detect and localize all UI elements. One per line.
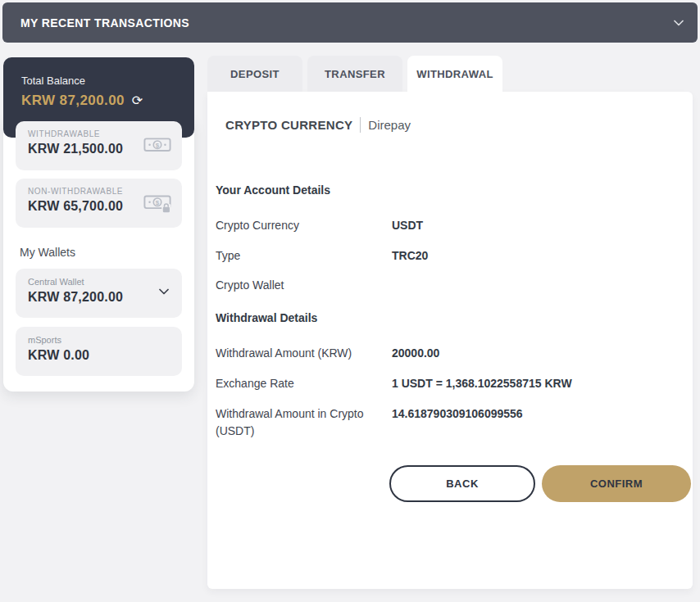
withdrawal-amount-label: Withdrawal Amount (KRW) bbox=[216, 345, 392, 362]
svg-text:$: $ bbox=[156, 199, 160, 206]
chevron-down-icon[interactable] bbox=[159, 288, 169, 295]
msports-wallet-card: mSports KRW 0.00 bbox=[16, 327, 182, 376]
method-title: CRYPTO CURRENCY bbox=[225, 118, 352, 132]
confirm-button[interactable]: CONFIRM bbox=[542, 465, 691, 502]
exchange-rate-value: 1 USDT = 1,368.1022558715 KRW bbox=[392, 375, 572, 392]
balance-sidebar: Total Balance KRW 87,200.00 ⟳ WITHDRAWAB… bbox=[3, 57, 194, 392]
detail-row: Exchange Rate 1 USDT = 1,368.1022558715 … bbox=[216, 375, 675, 392]
detail-row: Crypto Wallet bbox=[216, 277, 675, 294]
crypto-currency-value: USDT bbox=[392, 217, 423, 234]
tab-withdrawal[interactable]: WITHDRAWAL bbox=[407, 56, 502, 92]
tab-deposit[interactable]: DEPOSIT bbox=[207, 56, 302, 92]
crypto-currency-label: Crypto Currency bbox=[216, 217, 392, 234]
withdrawable-card: WITHDRAWABLE KRW 21,500.00 $ bbox=[16, 121, 182, 170]
detail-row: Type TRC20 bbox=[216, 247, 675, 265]
detail-row: Crypto Currency USDT bbox=[216, 217, 675, 234]
non-withdrawable-card: NON-WITHDRAWABLE KRW 65,700.00 $ bbox=[16, 179, 182, 228]
crypto-wallet-label: Crypto Wallet bbox=[216, 277, 392, 294]
recent-transactions-title: MY RECENT TRANSACTIONS bbox=[20, 16, 189, 29]
withdrawal-details-title: Withdrawal Details bbox=[216, 311, 317, 324]
central-wallet-amount: KRW 87,200.00 bbox=[28, 290, 170, 305]
my-wallets-heading: My Wallets bbox=[20, 246, 75, 259]
crypto-amount-value: 14.618790309106099556 bbox=[392, 405, 523, 440]
exchange-rate-label: Exchange Rate bbox=[216, 375, 392, 392]
back-button[interactable]: BACK bbox=[389, 465, 535, 502]
svg-text:$: $ bbox=[156, 142, 160, 149]
refresh-icon[interactable]: ⟳ bbox=[132, 94, 143, 107]
action-buttons: BACK CONFIRM bbox=[389, 465, 691, 502]
payment-method-heading: CRYPTO CURRENCY Direpay bbox=[225, 117, 411, 133]
withdrawal-amount-value: 20000.00 bbox=[392, 345, 439, 362]
chevron-down-icon bbox=[674, 20, 684, 26]
withdrawal-panel: CRYPTO CURRENCY Direpay Your Account Det… bbox=[207, 92, 693, 589]
tab-transfer[interactable]: TRANSFER bbox=[307, 56, 402, 92]
detail-row: Withdrawal Amount in Crypto (USDT) 14.61… bbox=[216, 405, 675, 440]
recent-transactions-accordion[interactable]: MY RECENT TRANSACTIONS bbox=[2, 2, 698, 43]
transaction-tabs: DEPOSIT TRANSFER WITHDRAWAL bbox=[207, 56, 502, 92]
total-balance-amount: KRW 87,200.00 bbox=[21, 93, 125, 109]
msports-wallet-label: mSports bbox=[28, 335, 170, 345]
account-details-title: Your Account Details bbox=[216, 183, 330, 197]
total-balance-label: Total Balance bbox=[21, 75, 194, 87]
msports-wallet-amount: KRW 0.00 bbox=[28, 348, 170, 363]
heading-divider bbox=[360, 117, 361, 133]
central-wallet-label: Central Wallet bbox=[28, 277, 170, 287]
type-label: Type bbox=[216, 247, 392, 265]
detail-row: Withdrawal Amount (KRW) 20000.00 bbox=[216, 345, 675, 362]
type-value: TRC20 bbox=[392, 247, 428, 265]
banknote-lock-icon: $ bbox=[143, 192, 171, 214]
banknote-icon: $ bbox=[143, 135, 171, 154]
crypto-amount-label: Withdrawal Amount in Crypto (USDT) bbox=[216, 405, 392, 440]
provider-name: Direpay bbox=[368, 118, 411, 132]
central-wallet-card[interactable]: Central Wallet KRW 87,200.00 bbox=[16, 269, 182, 318]
